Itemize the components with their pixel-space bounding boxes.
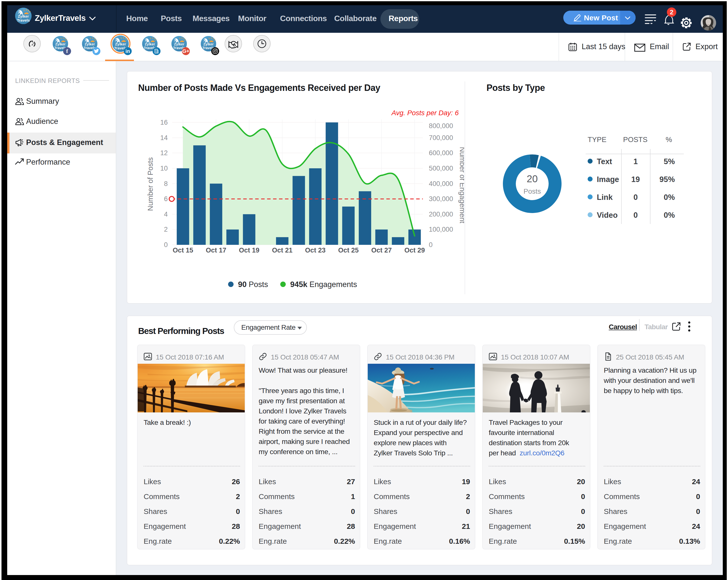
svg-text:Oct 25: Oct 25 [338, 247, 359, 254]
svg-text:20: 20 [527, 173, 538, 184]
svg-text:Oct 23: Oct 23 [305, 247, 326, 254]
svg-text:500,000: 500,000 [429, 165, 453, 172]
svg-text:14: 14 [160, 134, 168, 141]
svg-text:400,000: 400,000 [429, 180, 453, 188]
svg-text:Number of Engagement: Number of Engagement [459, 147, 464, 223]
svg-text:12: 12 [160, 149, 168, 157]
svg-text:0: 0 [429, 241, 433, 249]
svg-text:Oct 15: Oct 15 [173, 247, 193, 254]
svg-text:Oct 17: Oct 17 [206, 247, 226, 254]
svg-text:800,000: 800,000 [429, 122, 453, 130]
svg-text:16: 16 [160, 119, 168, 126]
svg-text:Number of Posts: Number of Posts [146, 158, 154, 211]
svg-text:200,000: 200,000 [429, 211, 453, 218]
svg-text:0: 0 [164, 241, 168, 249]
svg-text:6: 6 [164, 195, 168, 202]
svg-text:Oct 29: Oct 29 [404, 247, 425, 254]
svg-text:600,000: 600,000 [429, 149, 453, 157]
svg-text:Posts: Posts [523, 188, 541, 195]
svg-text:Oct 27: Oct 27 [371, 247, 392, 254]
svg-text:100,000: 100,000 [429, 226, 453, 233]
svg-text:10: 10 [160, 165, 168, 172]
svg-text:700,000: 700,000 [429, 134, 453, 141]
svg-text:Oct 19: Oct 19 [239, 247, 259, 254]
svg-text:8: 8 [164, 180, 168, 188]
svg-text:2: 2 [164, 226, 168, 233]
svg-text:Oct 21: Oct 21 [272, 247, 293, 254]
svg-text:300,000: 300,000 [429, 195, 453, 202]
svg-text:4: 4 [164, 211, 168, 218]
